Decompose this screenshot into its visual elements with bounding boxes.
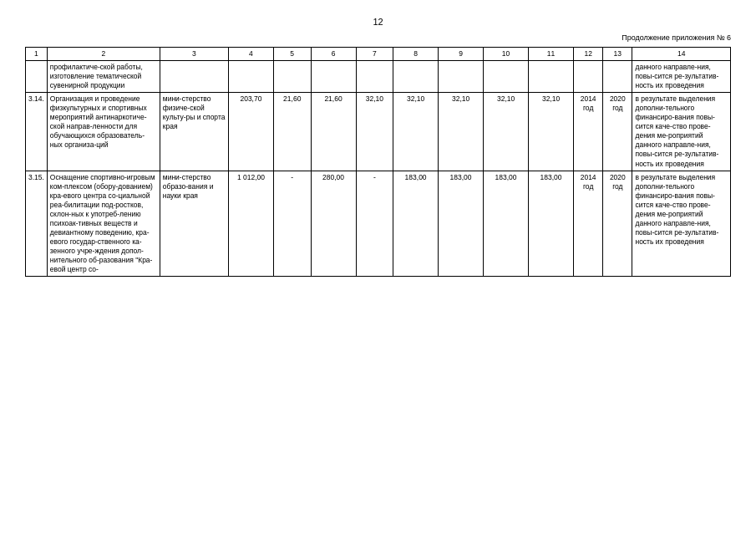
cell-r0-c11	[529, 61, 574, 93]
cell-r1-c6: 21,60	[311, 93, 356, 171]
cell-r1-c13: 2020 год	[603, 93, 632, 171]
cell-r2-c7: -	[356, 171, 393, 277]
header-col10: 10	[484, 48, 529, 61]
cell-r0-c1	[26, 61, 48, 93]
table-row: 3.14. Организация и проведение физкульту…	[26, 93, 731, 171]
cell-r1-c11: 32,10	[529, 93, 574, 171]
cell-r2-c2: Оснащение спортивно-игровым ком-плексом …	[47, 171, 160, 277]
cell-r2-c8: 183,00	[393, 171, 439, 277]
header-col1: 1	[26, 48, 48, 61]
cell-r0-c3	[160, 61, 228, 93]
cell-r2-c9: 183,00	[439, 171, 484, 277]
cell-r1-c14: в результате выделения дополни-тельного …	[632, 93, 731, 171]
cell-r1-c4: 203,70	[228, 93, 273, 171]
cell-r1-c2: Организация и проведение физкультурных и…	[47, 93, 160, 171]
header-col7: 7	[356, 48, 393, 61]
header-col13: 13	[603, 48, 632, 61]
header-col12: 12	[574, 48, 603, 61]
cell-r1-c3: мини-стерство физиче-ской культу-ры и сп…	[160, 93, 228, 171]
cell-r2-c11: 183,00	[529, 171, 574, 277]
appendix-label: Продолжение приложения № 6	[25, 33, 731, 42]
cell-r0-c6	[311, 61, 356, 93]
cell-r0-c13	[603, 61, 632, 93]
cell-r0-c2: профилактиче-ской работы, изготовление т…	[47, 61, 160, 93]
cell-r0-c9	[439, 61, 484, 93]
header-col11: 11	[529, 48, 574, 61]
header-col4: 4	[228, 48, 273, 61]
header-col9: 9	[439, 48, 484, 61]
cell-r1-c9: 32,10	[439, 93, 484, 171]
cell-r1-c12: 2014 год	[574, 93, 603, 171]
header-col5: 5	[273, 48, 311, 61]
cell-r0-c10	[484, 61, 529, 93]
cell-r2-c3: мини-стерство образо-вания и науки края	[160, 171, 228, 277]
cell-r1-c1: 3.14.	[26, 93, 48, 171]
page-number: 12	[25, 17, 731, 27]
header-col6: 6	[311, 48, 356, 61]
header-col14: 14	[632, 48, 731, 61]
cell-r0-c4	[228, 61, 273, 93]
cell-r0-c7	[356, 61, 393, 93]
cell-r2-c5: -	[273, 171, 311, 277]
page: 12 Продолжение приложения № 6 1 2 3 4	[0, 0, 756, 535]
main-table: 1 2 3 4 5 6 7 8 9 10 11 12 13 14 профила…	[25, 47, 731, 277]
cell-r0-c12	[574, 61, 603, 93]
cell-r0-c14: данного направле-ния, повы-сится ре-зуль…	[632, 61, 731, 93]
cell-r2-c1: 3.15.	[26, 171, 48, 277]
cell-r0-c5	[273, 61, 311, 93]
header-col3: 3	[160, 48, 228, 61]
cell-r2-c6: 280,00	[311, 171, 356, 277]
cell-r2-c13: 2020 год	[603, 171, 632, 277]
cell-r1-c7: 32,10	[356, 93, 393, 171]
cell-r1-c5: 21,60	[273, 93, 311, 171]
header-col8: 8	[393, 48, 439, 61]
cell-r2-c14: в результате выделения дополни-тельного …	[632, 171, 731, 277]
cell-r2-c10: 183,00	[484, 171, 529, 277]
cell-r2-c4: 1 012,00	[228, 171, 273, 277]
cell-r1-c8: 32,10	[393, 93, 439, 171]
cell-r2-c12: 2014 год	[574, 171, 603, 277]
table-row: 3.15. Оснащение спортивно-игровым ком-пл…	[26, 171, 731, 277]
header-row: 1 2 3 4 5 6 7 8 9 10 11 12 13 14	[26, 48, 731, 61]
header-col2: 2	[47, 48, 160, 61]
cell-r0-c8	[393, 61, 439, 93]
cell-r1-c10: 32,10	[484, 93, 529, 171]
table-row: профилактиче-ской работы, изготовление т…	[26, 61, 731, 93]
